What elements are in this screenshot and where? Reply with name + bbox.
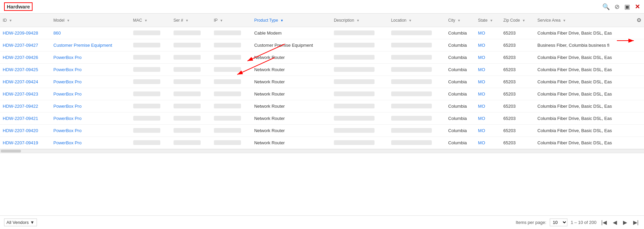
cell-service_area: Columbia Fiber Drive, Basic DSL, Eas [535, 64, 634, 76]
col-mac[interactable]: MAC ▼ [130, 14, 171, 27]
cell-gear [634, 125, 644, 137]
scrollbar-thumb[interactable] [1, 150, 21, 152]
cell-description: XXXXX [331, 27, 388, 39]
col-id[interactable]: ID ▼ [0, 14, 51, 27]
table-row[interactable]: HDW-2207-09426PowerBox ProXXXXXXXXXXXXXX… [0, 51, 644, 64]
cell-product_type: Network Router [251, 112, 331, 125]
cell-gear [634, 27, 644, 39]
cell-ip: XXXXX [211, 112, 251, 125]
cell-gear [634, 100, 644, 112]
cell-id: HDW-2207-09420 [0, 125, 51, 137]
cell-service_area: Columbia Fiber Drive, Basic DSL, Eas [535, 51, 634, 64]
cell-service_area: Columbia Fiber Drive, Basic DSL, Eas [535, 76, 634, 88]
cell-ip: XXXXX [211, 125, 251, 137]
cell-city: Columbia [445, 51, 475, 64]
cell-id: HDW-2207-09425 [0, 64, 51, 76]
cell-city: Columbia [445, 125, 475, 137]
cell-mac: XXXXX [130, 76, 171, 88]
col-service-area[interactable]: Service Area ▼ [535, 14, 634, 27]
table-row[interactable]: HDW-2207-09419PowerBox ProXXXXXXXXXXXXXX… [0, 137, 644, 149]
table-wrapper: ID ▼ Model ▼ MAC ▼ Ser # ▼ IP ▼ Product … [0, 14, 644, 149]
cell-city: Columbia [445, 112, 475, 125]
cell-zip_code: 65203 [501, 125, 535, 137]
table-row[interactable]: HDW-2207-09423PowerBox ProXXXXXXXXXXXXXX… [0, 88, 644, 100]
table-row[interactable]: HDW-2207-09422PowerBox ProXXXXXXXXXXXXXX… [0, 100, 644, 112]
col-city[interactable]: City ▼ [445, 14, 475, 27]
cell-ser: XXXXX [171, 125, 211, 137]
cell-model: PowerBox Pro [51, 137, 130, 149]
cell-location: XXXXX [388, 39, 446, 51]
table-row[interactable]: HDW-2207-09427Customer Premise Equipment… [0, 39, 644, 51]
cell-gear [634, 51, 644, 64]
cell-model: PowerBox Pro [51, 100, 130, 112]
cell-description: XXXXX [331, 125, 388, 137]
gear-icon[interactable]: ⚙ [637, 17, 641, 23]
cell-ip: XXXXX [211, 100, 251, 112]
cell-description: XXXXX [331, 64, 388, 76]
cell-city: Columbia [445, 64, 475, 76]
cell-ip: XXXXX [211, 39, 251, 51]
cell-zip_code: 65203 [501, 76, 535, 88]
cell-model: Customer Premise Equipment [51, 39, 130, 51]
close-icon[interactable]: ✕ [635, 3, 640, 11]
cell-ser: XXXXX [171, 100, 211, 112]
cell-location: XXXXX [388, 100, 446, 112]
cell-location: XXXXX [388, 51, 446, 64]
cell-id: HDW-2207-09423 [0, 88, 51, 100]
cell-id: HDW-2207-09424 [0, 76, 51, 88]
col-state[interactable]: State ▼ [475, 14, 501, 27]
cell-city: Columbia [445, 27, 475, 39]
cell-ser: XXXXX [171, 27, 211, 39]
cell-gear [634, 39, 644, 51]
col-model[interactable]: Model ▼ [51, 14, 130, 27]
cell-mac: XXXXX [130, 51, 171, 64]
window-icon[interactable]: ▣ [624, 3, 630, 11]
cell-model: PowerBox Pro [51, 88, 130, 100]
col-location[interactable]: Location ▼ [388, 14, 446, 27]
col-zip-code[interactable]: Zip Code ▼ [501, 14, 535, 27]
cell-ip: XXXXX [211, 137, 251, 149]
cell-state: MO [475, 51, 501, 64]
horizontal-scrollbar[interactable] [0, 149, 644, 153]
col-description[interactable]: Description ▼ [331, 14, 388, 27]
compass-icon[interactable]: ⊘ [615, 3, 620, 11]
cell-model: PowerBox Pro [51, 64, 130, 76]
col-product-type[interactable]: Product Type ▼ [251, 14, 331, 27]
cell-id: HDW-2207-09427 [0, 39, 51, 51]
top-bar: Hardware 🔍 ⊘ ▣ ✕ [0, 0, 644, 14]
col-ser[interactable]: Ser # ▼ [171, 14, 211, 27]
cell-state: MO [475, 27, 501, 39]
cell-gear [634, 112, 644, 125]
cell-city: Columbia [445, 88, 475, 100]
cell-city: Columbia [445, 100, 475, 112]
cell-ser: XXXXX [171, 76, 211, 88]
cell-mac: XXXXX [130, 64, 171, 76]
cell-mac: XXXXX [130, 88, 171, 100]
cell-gear [634, 137, 644, 149]
cell-service_area: Columbia Fiber Drive, Basic DSL, Eas [535, 27, 634, 39]
hardware-table: ID ▼ Model ▼ MAC ▼ Ser # ▼ IP ▼ Product … [0, 14, 644, 149]
cell-zip_code: 65203 [501, 27, 535, 39]
cell-mac: XXXXX [130, 125, 171, 137]
cell-mac: XXXXX [130, 100, 171, 112]
search-icon[interactable]: 🔍 [602, 3, 610, 11]
cell-service_area: Columbia Fiber Drive, Basic DSL, Eas [535, 125, 634, 137]
col-ip[interactable]: IP ▼ [211, 14, 251, 27]
table-row[interactable]: HDW-2207-09424PowerBox ProXXXXXXXXXXXXXX… [0, 76, 644, 88]
table-row[interactable]: HDW-2207-09420PowerBox ProXXXXXXXXXXXXXX… [0, 125, 644, 137]
cell-location: XXXXX [388, 27, 446, 39]
cell-zip_code: 65203 [501, 112, 535, 125]
cell-state: MO [475, 64, 501, 76]
col-gear[interactable]: ⚙ [634, 14, 644, 27]
cell-id: HDW-2207-09426 [0, 51, 51, 64]
cell-state: MO [475, 125, 501, 137]
cell-description: XXXXX [331, 39, 388, 51]
cell-service_area: Business Fiber, Columbia business fi [535, 39, 634, 51]
table-row[interactable]: HDW-2209-09428860XXXXXXXXXXXXXXXCable Mo… [0, 27, 644, 39]
cell-state: MO [475, 112, 501, 125]
cell-product_type: Customer Premise Equipment [251, 39, 331, 51]
table-row[interactable]: HDW-2207-09425PowerBox ProXXXXXXXXXXXXXX… [0, 64, 644, 76]
cell-zip_code: 65203 [501, 88, 535, 100]
cell-id: HDW-2207-09422 [0, 100, 51, 112]
table-row[interactable]: HDW-2207-09421PowerBox ProXXXXXXXXXXXXXX… [0, 112, 644, 125]
